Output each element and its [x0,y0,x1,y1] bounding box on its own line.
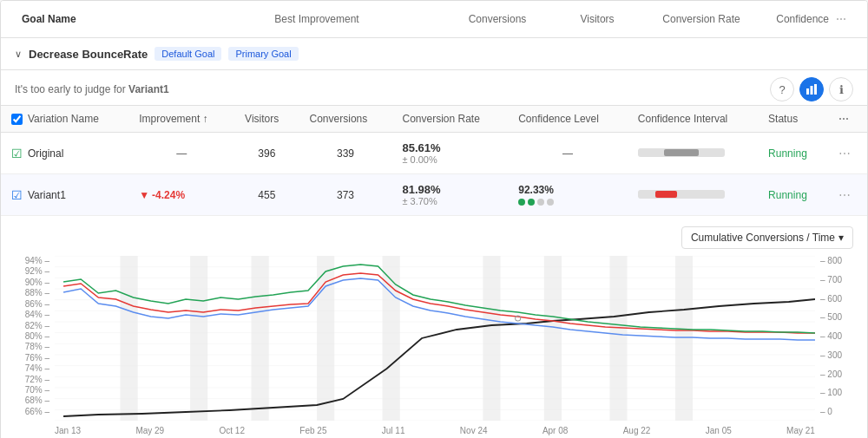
y-left-84: 84% – [15,310,49,319]
variant1-conversions: 373 [299,174,392,216]
goal-chevron[interactable]: ∨ [15,49,22,60]
y-left-88: 88% – [15,288,49,297]
y-right-200: – 200 [820,369,853,379]
y-right-700: – 700 [820,275,853,284]
original-improvement: — [128,133,234,174]
original-visitors: 396 [234,133,299,174]
y-left-92: 92% – [15,266,49,276]
x-label-jan05: Jan 05 [706,426,732,435]
svg-rect-2 [814,84,817,95]
original-checkbox[interactable]: ☑ [11,147,23,160]
svg-rect-27 [544,256,562,421]
y-right-600: – 600 [820,294,853,304]
original-name-cell: ☑ Original [1,133,128,174]
confidence-dot-4 [547,199,554,206]
th-variation-name: Variation Name [1,106,128,133]
variant1-more[interactable]: ⋯ [828,174,867,216]
y-left-78: 78% – [15,342,49,351]
original-name: Original [28,147,63,160]
variant1-rate: 81.98% ± 3.70% [391,174,508,216]
col-visitors: Visitors [549,10,645,29]
chevron-down-icon: ▾ [838,232,844,244]
svg-rect-0 [806,88,809,95]
y-left-68: 68% – [15,396,49,405]
col-goal-name: Goal Name [15,10,188,29]
x-label-may21: May 21 [786,426,815,435]
y-left-76: 76% – [15,353,49,363]
help-icon-btn[interactable]: ? [770,77,794,101]
bar-chart-icon [806,83,818,95]
original-interval [628,133,758,174]
th-conversions: Conversions [299,106,392,133]
y-left-94: 94% – [15,256,49,265]
confidence-dot-3 [537,199,544,206]
badge-default[interactable]: Default Goal [155,47,221,61]
original-rate: 85.61% ± 0.00% [391,133,508,174]
variant1-improvement: ▼ -4.24% [128,174,234,216]
x-label-oct12: Oct 12 [220,426,245,435]
x-label-apr08: Apr 08 [542,426,568,435]
variant1-confidence: 92.33% [508,174,628,216]
th-conversion-rate: Conversion Rate [391,106,508,133]
confidence-dot-1 [518,199,525,206]
variant1-visitors: 455 [234,174,299,216]
svg-rect-26 [483,256,500,421]
th-visitors: Visitors [234,106,299,133]
y-left-82: 82% – [15,321,49,330]
original-more[interactable]: ⋯ [828,133,867,174]
svg-rect-23 [252,256,269,421]
table-header: Goal Name Best Improvement Conversions V… [1,1,867,38]
chart-section: Cumulative Conversions / Time ▾ 94% – 92… [1,215,867,438]
table-row: ☑ Variant1 ▼ -4.24% 455 373 81.98% ± 3.7… [1,174,867,216]
x-label-feb25: Feb 25 [299,426,326,435]
th-more[interactable]: ⋯ [828,106,867,133]
y-right-100: – 100 [820,388,853,397]
info-message: It's too early to judge for Variant1 [15,83,169,95]
badge-primary[interactable]: Primary Goal [228,47,298,61]
down-arrow-icon: ▼ [139,189,149,201]
th-improvement[interactable]: Improvement ↑ [128,106,234,133]
y-left-66: 66% – [15,407,49,416]
y-left-74: 74% – [15,363,49,373]
info-icon-btn[interactable]: ℹ [829,77,853,101]
chart-icon-btn[interactable] [799,77,824,101]
y-right-300: – 300 [820,350,853,360]
x-label-may29: May 29 [135,426,164,435]
goal-row: ∨ Decrease BounceRate Default Goal Prima… [1,38,867,70]
y-right-400: – 400 [820,331,853,341]
y-left-70: 70% – [15,385,49,395]
original-conversions: 339 [299,133,392,174]
info-icons: ? ℹ [770,77,853,101]
confidence-dot-2 [528,199,535,206]
y-right-0: – 0 [820,407,853,416]
variation-table: Variation Name Improvement ↑ Visitors Co… [1,105,867,215]
variant1-name-cell: ☑ Variant1 [1,174,128,216]
col-conversions: Conversions [445,10,549,29]
chart-dropdown-label: Cumulative Conversions / Time [691,232,835,244]
goal-name: Decrease BounceRate [29,48,148,61]
chart-dropdown[interactable]: Cumulative Conversions / Time ▾ [681,226,853,249]
svg-rect-1 [811,86,813,95]
variant1-status: Running [758,174,828,216]
variant1-checkbox[interactable]: ☑ [11,188,23,202]
line-chart-svg [55,256,815,421]
col-conversion-rate: Conversion Rate [645,10,758,29]
original-confidence: — [508,133,628,174]
y-right-800: – 800 [820,256,853,265]
th-confidence-level: Confidence Level [508,106,628,133]
y-left-72: 72% – [15,375,49,384]
y-left-90: 90% – [15,278,49,287]
table-row: ☑ Original — 396 339 85.61% ± 0.00% — [1,133,867,174]
svg-rect-21 [121,256,138,421]
original-status: Running [758,133,828,174]
svg-rect-29 [675,256,693,421]
y-left-80: 80% – [15,331,49,341]
svg-rect-24 [317,256,334,421]
x-label-aug22: Aug 22 [623,426,651,435]
x-label-jul11: Jul 11 [382,426,405,435]
main-container: Goal Name Best Improvement Conversions V… [0,0,868,438]
th-status: Status [758,106,828,133]
select-all-checkbox[interactable] [11,114,23,125]
svg-rect-28 [609,256,627,421]
more-icon[interactable]: ⋯ [836,13,846,25]
